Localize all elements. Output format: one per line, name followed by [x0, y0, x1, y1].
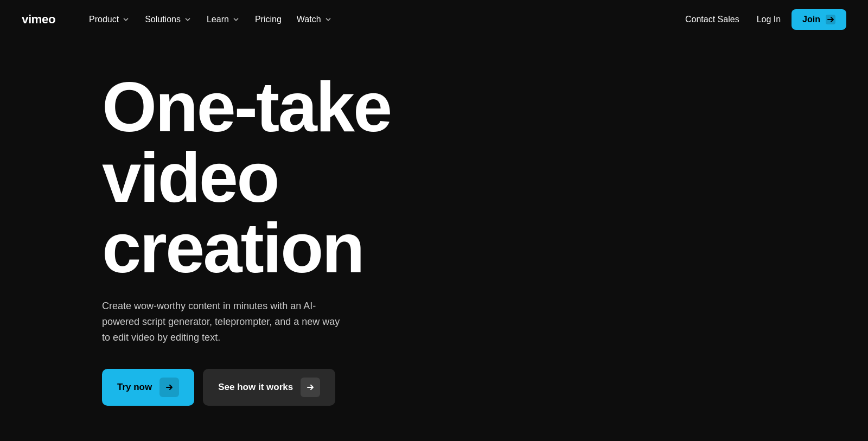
join-label: Join	[802, 15, 820, 24]
nav-label-learn: Learn	[207, 15, 229, 24]
chevron-down-icon	[184, 16, 192, 23]
chevron-down-icon	[122, 16, 130, 23]
nav-item-product[interactable]: Product	[82, 10, 136, 29]
try-now-arrow-icon	[159, 378, 179, 397]
chevron-down-icon	[232, 16, 240, 23]
nav-item-learn[interactable]: Learn	[200, 10, 246, 29]
nav-label-pricing: Pricing	[255, 15, 282, 24]
nav-label-product: Product	[89, 15, 119, 24]
hero-headline: One-take video creation	[102, 72, 482, 283]
nav-item-pricing[interactable]: Pricing	[248, 10, 288, 29]
nav-right: Contact Sales Log In Join	[679, 9, 846, 30]
hero-subtext: Create wow-worthy content in minutes wit…	[102, 298, 341, 345]
nav-item-watch[interactable]: Watch	[290, 10, 339, 29]
nav-label-watch: Watch	[297, 15, 321, 24]
hero-buttons: Try now See how it works	[102, 369, 868, 406]
try-now-label: Try now	[117, 382, 152, 393]
vimeo-logo-icon: vimeo	[22, 12, 65, 27]
hero-section: One-take video creation Create wow-worth…	[0, 39, 868, 406]
logo[interactable]: vimeo	[22, 12, 65, 27]
contact-sales-link[interactable]: Contact Sales	[679, 10, 746, 29]
see-how-button[interactable]: See how it works	[203, 369, 335, 406]
arrow-right-icon	[165, 383, 174, 392]
join-arrow-icon	[826, 15, 835, 24]
arrow-right-icon	[826, 15, 835, 24]
chevron-down-icon	[324, 16, 332, 23]
join-button[interactable]: Join	[792, 9, 846, 30]
see-how-arrow-icon	[301, 378, 320, 397]
nav-label-solutions: Solutions	[145, 15, 181, 24]
arrow-right-icon	[306, 383, 315, 392]
nav-links: Product Solutions Learn Pricing	[82, 10, 339, 29]
navbar: vimeo Product Solutions Learn	[0, 0, 868, 39]
svg-text:vimeo: vimeo	[22, 12, 55, 26]
see-how-label: See how it works	[218, 382, 293, 393]
log-in-link[interactable]: Log In	[750, 10, 787, 29]
nav-item-solutions[interactable]: Solutions	[138, 10, 198, 29]
nav-left: vimeo Product Solutions Learn	[22, 10, 339, 29]
try-now-button[interactable]: Try now	[102, 369, 194, 406]
